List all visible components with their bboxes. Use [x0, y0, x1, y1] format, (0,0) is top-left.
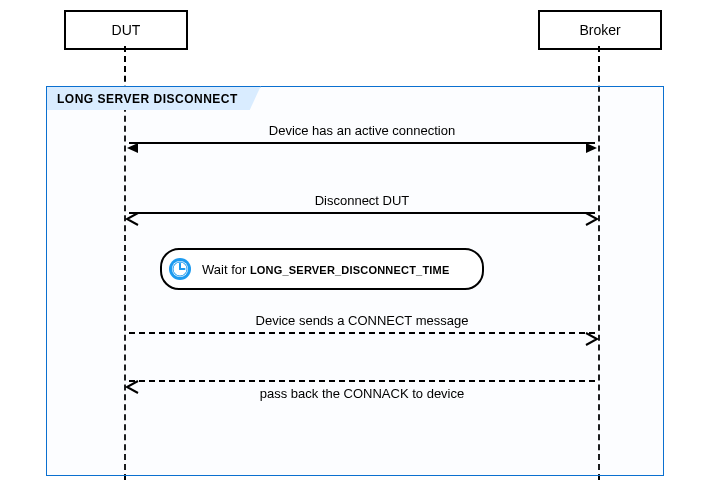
wait-step: Wait for LONG_SERVER_DISCONNECT_TIME — [160, 248, 484, 290]
participant-dut-label: DUT — [112, 22, 141, 38]
message-line — [129, 380, 595, 382]
wait-prefix: Wait for — [202, 262, 250, 277]
message-line — [129, 212, 595, 214]
arrowhead-right-icon — [586, 142, 598, 154]
fragment-label: LONG SERVER DISCONNECT — [46, 86, 261, 110]
message-connack-label: pass back the CONNACK to device — [126, 386, 598, 401]
wait-step-label: Wait for LONG_SERVER_DISCONNECT_TIME — [202, 262, 450, 277]
svg-marker-0 — [127, 143, 138, 153]
clock-icon — [168, 257, 192, 281]
sequence-diagram: DUT Broker LONG SERVER DISCONNECT Device… — [0, 0, 716, 500]
message-active-connection-label: Device has an active connection — [126, 123, 598, 138]
message-line — [129, 142, 595, 144]
fragment-label-wrap: LONG SERVER DISCONNECT — [46, 86, 261, 110]
participant-dut: DUT — [64, 10, 188, 50]
arrowhead-left-icon — [126, 142, 138, 154]
message-connect-label: Device sends a CONNECT message — [126, 313, 598, 328]
svg-marker-1 — [586, 143, 597, 153]
participant-broker-label: Broker — [579, 22, 620, 38]
message-disconnect-dut-label: Disconnect DUT — [126, 193, 598, 208]
message-line — [129, 332, 595, 334]
arrowhead-left-open-icon — [126, 212, 140, 226]
wait-constant: LONG_SERVER_DISCONNECT_TIME — [250, 264, 450, 276]
participant-broker: Broker — [538, 10, 662, 50]
arrowhead-right-open-icon — [584, 332, 598, 346]
arrowhead-right-open-icon — [584, 212, 598, 226]
